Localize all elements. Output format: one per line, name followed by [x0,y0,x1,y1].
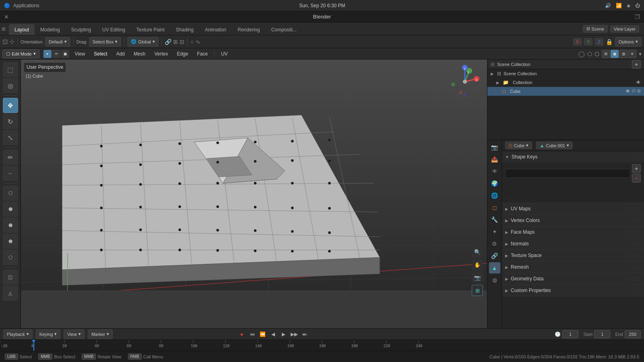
snap-icon[interactable]: 🔗 [165,39,171,45]
render-mode[interactable]: ⭘ [628,50,636,58]
tab-texture-paint[interactable]: Texture Paint [131,24,170,35]
end-frame-input[interactable] [625,330,641,338]
select-box-tool[interactable]: ⬚ [3,62,18,77]
shape-keys-extra-btn[interactable]: ⋯ [502,194,644,203]
outliner-cube[interactable]: ◻ Cube 👁 ⬡ ◎ [487,87,644,96]
scene-dropdown[interactable]: ⊟ Scene [583,25,608,33]
tab-compositing[interactable]: Compositi... [266,24,302,35]
tab-animation[interactable]: Animation [199,24,232,35]
tab-uv-editing[interactable]: UV Editing [97,24,131,35]
start-frame-input[interactable] [594,330,610,338]
keying-dropdown[interactable]: Keying ▾ [36,329,61,339]
vertex-colors-header[interactable]: ▶ Vertex Colors ⋮⋮⋮ [502,215,644,226]
gizmo-widget[interactable]: Y X Z [447,64,483,100]
menu-add[interactable]: Add [113,49,128,58]
orientation-dropdown[interactable]: Default ▾ [45,37,70,47]
annotate-tool[interactable]: ✏ [3,150,18,165]
solid-mode[interactable]: ◼ [611,50,619,58]
expand-button[interactable]: ❐ [635,14,640,20]
shape-keys-header[interactable]: ▼ Shape Keys ⋮⋮⋮ [502,151,644,162]
viewport-3d[interactable]: User Perspective (1) Cube Y X Z [21,60,487,328]
prop-icon-world[interactable]: 🌐 [489,190,500,201]
render-cube-icon[interactable]: ◎ [637,88,641,94]
snap-rotate[interactable]: ⊟ [180,39,184,45]
bevel-tool[interactable]: ⬣ [3,218,18,233]
menu-view[interactable]: View [72,49,89,58]
prop-icon-object[interactable]: ◻ [489,202,500,213]
add-shape-key-btn[interactable]: + [632,164,641,173]
normals-header[interactable]: ▶ Normals ⋮⋮⋮ [502,238,644,249]
uv-maps-header[interactable]: ▶ UV Maps ⋮⋮⋮ [502,203,644,214]
vertex-select-icon[interactable]: ● [43,50,52,58]
prop-icon-material[interactable]: ◍ [489,274,500,286]
menu-vertex[interactable]: Vertex [151,49,171,58]
mesh-name-dropdown[interactable]: ▲ Cube.001 ▾ [536,142,573,149]
outliner-add-btn[interactable]: + [632,60,641,69]
y-axis-btn[interactable]: Y [584,38,592,45]
prop-icon-physics[interactable]: ⚙ [489,238,500,249]
prop-icon-render[interactable]: 📷 [489,142,500,153]
menu-uv[interactable]: UV [218,49,231,58]
prop-icon-data[interactable]: ▲ [489,262,500,274]
play-btn[interactable]: ▶ [279,330,288,339]
prop-icon-modifier[interactable]: 🔧 [489,214,500,225]
zoom-extents-btn[interactable]: 🔍 [472,246,483,257]
app-name[interactable]: Applications [13,3,39,8]
move-tool[interactable]: ✥ [3,98,18,113]
face-select-icon[interactable]: ◼ [61,50,69,58]
menu-select[interactable]: Select [91,49,110,58]
randomize-tool[interactable]: ◬ [3,286,18,301]
grid-btn[interactable]: ⊞ [472,285,483,296]
outliner-collection[interactable]: ▶ 📁 Collection 👁 [487,78,644,87]
playback-dropdown[interactable]: Playback ▾ [3,329,33,339]
select-cube-icon[interactable]: ⬡ [632,88,636,94]
rotate-tool[interactable]: ↻ [3,114,18,129]
inset-tool[interactable]: ⬢ [3,202,18,217]
proportional-type[interactable]: ∿ [196,39,200,45]
eye-cube-icon[interactable]: 👁 [625,88,630,94]
timeline-ruler[interactable]: -20 0 20 40 60 80 100 120 140 160 [0,340,644,351]
tab-sculpting[interactable]: Sculpting [66,24,97,35]
overlay-icon[interactable]: ⬡ [587,51,592,57]
view-dropdown[interactable]: View ▾ [64,329,85,339]
snap-options[interactable]: ⊞ [173,39,178,45]
xray-icon[interactable]: ⬡ [594,51,599,57]
material-mode[interactable]: ◍ [619,50,627,58]
prop-icon-output[interactable]: 📤 [489,154,500,165]
options-dropdown[interactable]: Options ▾ [615,37,642,47]
knife-tool[interactable]: ⬠ [3,250,18,265]
record-btn[interactable]: ● [237,330,246,339]
extrude-tool[interactable]: ⬡ [3,185,18,201]
jump-end-btn[interactable]: ⏭ [300,330,309,339]
object-name-dropdown[interactable]: ◻ Cube ▾ [505,142,532,149]
outliner-scene-collection[interactable]: ▶ ⊟ Scene Collection [487,69,644,78]
measure-tool[interactable]: ↔ [3,166,18,181]
z-axis-btn[interactable]: Z [595,38,603,45]
jump-start-btn[interactable]: ⏮ [248,330,257,339]
eye-visible-icon[interactable]: 👁 [636,80,641,85]
tab-layout[interactable]: Layout [9,24,35,35]
view-layer-dropdown[interactable]: View Layer [610,25,639,33]
scale-tool[interactable]: ⤡ [3,130,18,145]
viewport-options-icon[interactable]: ⊡ [2,38,8,45]
menu-mesh[interactable]: Mesh [130,49,149,58]
custom-properties-header[interactable]: ▶ Custom Properties ⋮⋮⋮ [502,285,644,296]
step-back-btn[interactable]: ⏪ [258,330,267,339]
loop-cut-tool[interactable]: ⬟ [3,234,18,249]
edit-mode-dropdown[interactable]: ⬡ Edit Mode ▾ [2,49,39,58]
marker-dropdown[interactable]: Marker ▾ [88,329,113,339]
smooth-vertex-tool[interactable]: ◫ [3,269,18,285]
x-axis-btn[interactable]: X [573,38,582,45]
shape-keys-more-btn[interactable]: ⋯ [502,184,644,193]
camera-btn[interactable]: 📷 [472,272,483,283]
transform-dropdown[interactable]: 🌐 Global ▾ [127,37,159,47]
tab-rendering[interactable]: Rendering [232,24,265,35]
prop-icon-scene[interactable]: 🌍 [489,178,500,189]
tab-shading[interactable]: Shading [170,24,199,35]
next-keyframe-btn[interactable]: ▶▶ [290,330,299,339]
remesh-header[interactable]: ▶ Remesh ⋮⋮⋮ [502,261,644,273]
current-frame-input[interactable] [562,330,578,338]
remove-shape-key-btn[interactable]: − [632,174,641,183]
texture-space-header[interactable]: ▶ Texture Space ⋮⋮⋮ [502,250,644,261]
proportional-editing[interactable]: ○ [190,39,194,45]
